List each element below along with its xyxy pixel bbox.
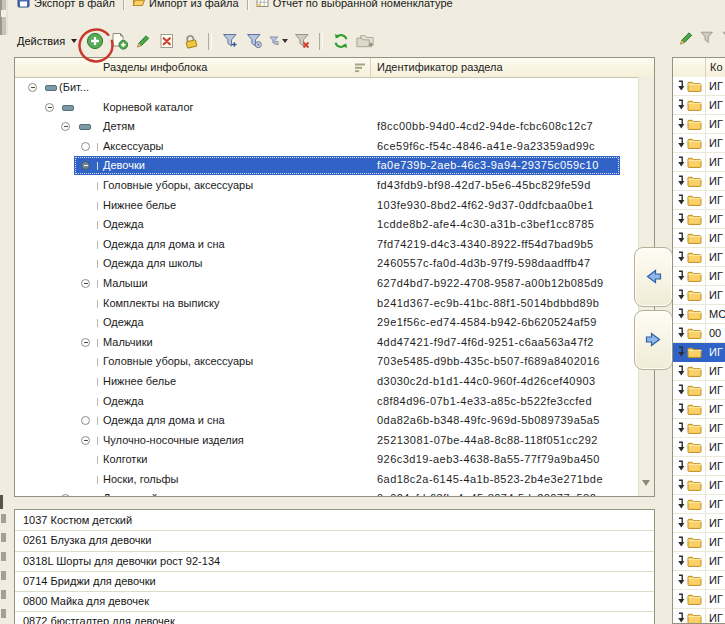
disable-filter-button[interactable]	[292, 32, 312, 50]
edit-button[interactable]	[676, 29, 698, 47]
right-row-code: ИГ	[709, 286, 723, 304]
right-row[interactable]: ИГ	[673, 248, 725, 267]
right-row[interactable]: ИГ	[673, 381, 725, 400]
right-row[interactable]: ИГ	[673, 172, 725, 191]
right-row[interactable]: ИГ	[673, 419, 725, 438]
right-row[interactable]: ИГ	[673, 571, 725, 590]
tree-row[interactable]: Одеждаc8f84d96-07b1-4e33-a85c-b522fe3ccf…	[15, 392, 639, 412]
right-row[interactable]: ИГ	[673, 495, 725, 514]
set-interval-button[interactable]	[181, 32, 201, 50]
tree-row[interactable]: Чулочно-носочные изделия25213081-07be-44…	[15, 431, 639, 451]
tree-row[interactable]: Одежда1cdde8b2-afe4-4c30-a31b-c3bef1cc87…	[15, 215, 639, 235]
list-item[interactable]: 0872 бюстгалтер для девочек	[15, 612, 654, 624]
scroll-down-arrow-icon[interactable]	[642, 480, 650, 486]
right-row-code: ИГ	[709, 476, 723, 494]
filter-by-value-button[interactable]	[220, 32, 240, 50]
right-row[interactable]: ИГ	[673, 343, 725, 362]
list-item[interactable]: 0714 Бриджи для девочки	[15, 572, 654, 592]
tree-row[interactable]: Носки, гольфы6ad18c2a-6145-4a1b-8523-2b4…	[15, 470, 639, 490]
report-button[interactable]: Отчет по выбранной номенклатуре	[251, 0, 458, 13]
edit-button[interactable]	[133, 32, 153, 50]
filter-and-sort-button[interactable]	[244, 32, 264, 50]
right-row-code: ИГ	[709, 590, 723, 608]
filter-button[interactable]	[720, 29, 725, 47]
column-header-identifier[interactable]: Идентификатор раздела	[377, 61, 503, 73]
right-row[interactable]: ИГ	[673, 191, 725, 210]
right-row[interactable]: МС	[673, 305, 725, 324]
tree-row-name: Чулочно-носочные изделия	[103, 431, 244, 451]
column-header-code[interactable]: Ко	[710, 61, 723, 73]
tree-row[interactable]: Одежда для дома и сна7fd74219-d4c3-4340-…	[15, 235, 639, 255]
right-row[interactable]: ИГ	[673, 590, 725, 609]
right-row[interactable]: ИГ	[673, 153, 725, 172]
right-row[interactable]: ИГ	[673, 210, 725, 229]
right-row[interactable]: ИГ	[673, 362, 725, 381]
expander-icon[interactable]	[81, 142, 90, 151]
right-row[interactable]: ИГ	[673, 286, 725, 305]
expander-icon[interactable]	[61, 494, 70, 496]
right-row[interactable]: ИГ	[673, 267, 725, 286]
list-item[interactable]: 0261 Блузка для девочки	[15, 531, 654, 551]
expander-icon[interactable]	[81, 338, 90, 347]
expander-icon[interactable]	[81, 436, 90, 445]
tree-row[interactable]: Нижнее белье103fe930-8bd2-4f62-9d37-0ddf…	[15, 196, 639, 216]
tree-row[interactable]: Одежда29e1f56c-ed74-4584-b942-6b620524af…	[15, 313, 639, 333]
tree-row[interactable]: Головные уборы, аксессуары703e5485-d9bb-…	[15, 352, 639, 372]
move-right-button[interactable]	[634, 310, 673, 370]
expander-icon[interactable]	[61, 122, 70, 131]
right-row[interactable]: ИГ	[673, 115, 725, 134]
tree-row[interactable]: Головные уборы, аксессуарыfd43fdb9-bf98-…	[15, 176, 639, 196]
move-to-group-button[interactable]	[355, 32, 375, 50]
right-row[interactable]: 00	[673, 324, 725, 343]
move-left-button[interactable]	[634, 247, 673, 307]
expander-icon[interactable]	[81, 416, 90, 425]
tree-row[interactable]: (Бит...	[15, 78, 639, 98]
tree-row[interactable]: Домашний уют0e024cfd-63fb-4e45-8074-5dc2…	[15, 489, 639, 496]
add-button[interactable]	[85, 32, 105, 50]
tree-row-name: Одежда для дома и сна	[103, 235, 225, 255]
tree-row[interactable]: Одежда для школы2460557c-fa0d-4d3b-97f9-…	[15, 254, 639, 274]
filter-button[interactable]	[698, 29, 720, 47]
tree-row[interactable]: Малыши627d4bd7-b922-4708-9587-a00b12b085…	[15, 274, 639, 294]
tree-row[interactable]: Аксессуары6ce59f6c-f54c-4846-a41e-9a2335…	[15, 137, 639, 157]
right-row[interactable]: ИГ	[673, 514, 725, 533]
tree-row[interactable]: Девочкиfa0e739b-2aeb-46c3-9a94-29375c059…	[15, 156, 639, 176]
tree-row[interactable]: Корневой каталог	[15, 98, 639, 118]
column-header-sections[interactable]: Разделы инфоблока	[103, 61, 207, 73]
right-row[interactable]: ИГ	[673, 533, 725, 552]
folder-icon	[687, 289, 702, 303]
right-row[interactable]: ИГ	[673, 552, 725, 571]
right-row[interactable]: ИГ	[673, 400, 725, 419]
export-button[interactable]: Экспорт в файл	[12, 0, 120, 13]
actions-dropdown-button[interactable]: Действия	[14, 31, 81, 51]
delete-button[interactable]	[157, 32, 177, 50]
expander-icon[interactable]	[28, 83, 37, 92]
import-button[interactable]: Импорт из файла	[127, 0, 244, 13]
right-row[interactable]: ИГ	[673, 134, 725, 153]
tree-row[interactable]: Комплекты на выпискуb241d367-ec9b-41bc-8…	[15, 294, 639, 314]
folder-icon	[687, 517, 702, 531]
report-icon	[256, 0, 269, 10]
tree-row[interactable]: Детямf8cc00bb-94d0-4cd2-94de-fcbc608c12c…	[15, 117, 639, 137]
right-row[interactable]: ИГ	[673, 229, 725, 248]
tree-row[interactable]: Одежда для дома и сна0da82a6b-b348-49fc-…	[15, 411, 639, 431]
list-item[interactable]: 0318L Шорты для девочки рост 92-134	[15, 552, 654, 572]
list-item[interactable]: 0800 Майка для девочек	[15, 592, 654, 612]
add-by-copy-button[interactable]	[109, 32, 129, 50]
expander-icon[interactable]	[45, 103, 54, 112]
right-row[interactable]: ИГ	[673, 96, 725, 115]
right-row[interactable]: ИГ	[673, 609, 725, 623]
right-row[interactable]: ИГ	[673, 457, 725, 476]
refresh-button[interactable]	[331, 32, 351, 50]
expander-icon[interactable]	[81, 279, 90, 288]
tree-row[interactable]: Нижнее бельеd3030c2d-b1d1-44c0-960f-4d26…	[15, 372, 639, 392]
tree-row-name: Нижнее белье	[103, 372, 176, 392]
tree-row[interactable]: Колготки926c3d19-aeb3-4638-8a55-77f79a9b…	[15, 450, 639, 470]
tree-row[interactable]: Мальчики4dd47421-f9d7-4f6d-9251-c6aa563a…	[15, 333, 639, 353]
right-row[interactable]: ИГ	[673, 476, 725, 495]
right-row[interactable]: ИГ	[673, 438, 725, 457]
filter-history-button[interactable]	[268, 32, 288, 50]
right-row[interactable]: ИГ	[673, 77, 725, 96]
list-item[interactable]: 1037 Костюм детский	[15, 511, 654, 531]
chevron-down-icon[interactable]	[282, 39, 288, 43]
